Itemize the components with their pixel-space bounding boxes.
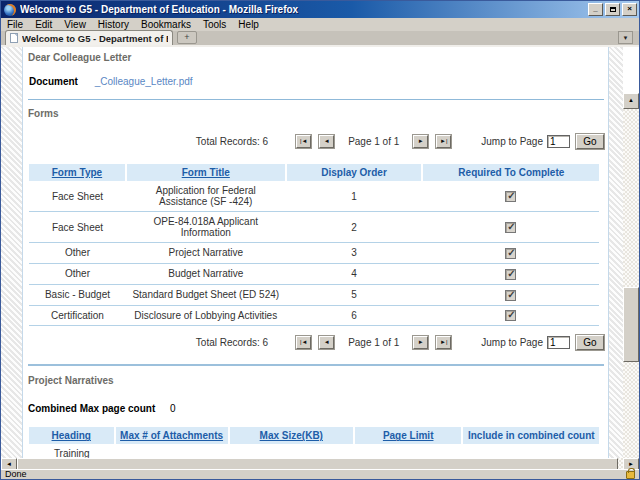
menu-help[interactable]: Help bbox=[232, 19, 265, 30]
display-order-cell: 4 bbox=[286, 263, 423, 284]
forms-pagination-top: Total Records: 6 |◄ ◄ Page 1 of 1 ► ►| J… bbox=[28, 132, 604, 150]
form-title-cell: Disclosure of Lobbying Activities bbox=[126, 305, 286, 326]
tab-bar: Welcome to G5 - Department of Edu... + ▼ bbox=[1, 31, 639, 47]
required-checkbox[interactable] bbox=[505, 310, 516, 321]
vertical-scroll-thumb[interactable] bbox=[623, 287, 639, 362]
required-checkbox[interactable] bbox=[505, 290, 516, 301]
form-type-cell: Other bbox=[29, 263, 126, 284]
close-button[interactable]: × bbox=[622, 3, 637, 16]
form-title-cell: Application for Federal Assistance (SF -… bbox=[126, 181, 286, 212]
last-page-button[interactable]: ►| bbox=[436, 135, 451, 148]
menu-view[interactable]: View bbox=[58, 19, 92, 30]
required-header: Required To Complete bbox=[422, 164, 599, 181]
display-order-cell: 6 bbox=[286, 305, 423, 326]
forms-table-header-row: Form Type Form Title Display Order Requi… bbox=[29, 164, 599, 181]
menu-bookmarks[interactable]: Bookmarks bbox=[135, 19, 197, 30]
required-checkbox[interactable] bbox=[505, 222, 516, 233]
active-tab[interactable]: Welcome to G5 - Department of Edu... bbox=[5, 30, 173, 45]
status-text: Done bbox=[1, 470, 626, 479]
firefox-icon bbox=[4, 4, 16, 16]
table-row: Face Sheet Application for Federal Assis… bbox=[29, 181, 599, 212]
menu-file[interactable]: File bbox=[1, 19, 29, 30]
restore-icon bbox=[610, 7, 616, 12]
form-title-header[interactable]: Form Title bbox=[126, 164, 286, 181]
display-order-cell: 2 bbox=[286, 212, 423, 243]
prev-page-button[interactable]: ◄ bbox=[319, 336, 334, 349]
form-type-cell: Certification bbox=[29, 305, 126, 326]
max-size-header[interactable]: Max Size(KB) bbox=[229, 427, 354, 444]
jump-to-page-label: Jump to Page bbox=[481, 136, 543, 147]
max-attachments-cell: 5 bbox=[115, 444, 229, 458]
new-tab-button[interactable]: + bbox=[177, 31, 197, 44]
table-row: Face Sheet OPE-84.018A Applicant Informa… bbox=[29, 212, 599, 243]
restore-button[interactable] bbox=[605, 3, 620, 16]
page-limit-header[interactable]: Page Limit bbox=[354, 427, 462, 444]
prev-page-button[interactable]: ◄ bbox=[319, 135, 334, 148]
include-combined-header: Include in combined count bbox=[462, 427, 599, 444]
heading-header[interactable]: Heading bbox=[29, 427, 115, 444]
max-attachments-header[interactable]: Max # of Attachments bbox=[115, 427, 229, 444]
first-page-button[interactable]: |◄ bbox=[296, 336, 311, 349]
combined-max-value: 0 bbox=[170, 403, 176, 414]
total-records-label: Total Records: 6 bbox=[196, 136, 268, 147]
minimize-button[interactable]: _ bbox=[588, 3, 603, 16]
page-icon bbox=[10, 33, 18, 43]
next-page-button[interactable]: ► bbox=[413, 135, 428, 148]
display-order-cell: 1 bbox=[286, 181, 423, 212]
form-title-cell: Budget Narrative bbox=[126, 263, 286, 284]
project-narratives-heading: Project Narratives bbox=[28, 375, 604, 386]
combined-max-row: Combined Max page count 0 bbox=[28, 403, 604, 414]
form-type-cell: Face Sheet bbox=[29, 212, 126, 243]
browser-window: Welcome to G5 - Department of Education … bbox=[0, 0, 640, 480]
section-divider bbox=[28, 99, 604, 100]
list-all-tabs-button[interactable]: ▼ bbox=[618, 31, 633, 44]
combined-max-label: Combined Max page count bbox=[28, 403, 155, 414]
page-of-label: Page 1 of 1 bbox=[348, 136, 399, 147]
form-type-cell: Face Sheet bbox=[29, 181, 126, 212]
table-row: Basic - Budget Standard Budget Sheet (ED… bbox=[29, 284, 599, 305]
form-type-header[interactable]: Form Type bbox=[29, 164, 126, 181]
page-margin-left bbox=[1, 47, 22, 458]
menu-tools[interactable]: Tools bbox=[197, 19, 232, 30]
jump-to-page-input[interactable] bbox=[547, 336, 570, 349]
forms-heading: Forms bbox=[28, 108, 604, 119]
pn-table-header-row: Heading Max # of Attachments Max Size(KB… bbox=[29, 427, 599, 444]
dear-colleague-heading: Dear Colleague Letter bbox=[28, 52, 604, 63]
tab-label: Welcome to G5 - Department of Edu... bbox=[22, 33, 168, 44]
form-title-cell: Project Narrative bbox=[126, 243, 286, 264]
menu-history[interactable]: History bbox=[92, 19, 135, 30]
first-page-button[interactable]: |◄ bbox=[296, 135, 311, 148]
menu-edit[interactable]: Edit bbox=[29, 19, 58, 30]
double-divider bbox=[28, 364, 604, 366]
lock-icon bbox=[626, 471, 635, 479]
required-checkbox[interactable] bbox=[505, 269, 516, 280]
max-size-cell: 8 bbox=[229, 444, 354, 458]
form-type-cell: Basic - Budget bbox=[29, 284, 126, 305]
required-checkbox[interactable] bbox=[505, 191, 516, 202]
required-checkbox[interactable] bbox=[505, 248, 516, 259]
last-page-button[interactable]: ►| bbox=[436, 336, 451, 349]
project-narratives-table: Heading Max # of Attachments Max Size(KB… bbox=[29, 427, 599, 458]
document-label: Document bbox=[29, 76, 78, 87]
total-records-label: Total Records: 6 bbox=[196, 337, 268, 348]
vertical-scrollbar[interactable]: ▲ ▼ bbox=[623, 93, 639, 458]
forms-pagination-bottom: Total Records: 6 |◄ ◄ Page 1 of 1 ► ►| J… bbox=[28, 333, 604, 351]
document-row: Document _Colleague_Letter.pdf bbox=[29, 76, 604, 87]
display-order-cell: 3 bbox=[286, 243, 423, 264]
scroll-up-button[interactable]: ▲ bbox=[623, 93, 639, 109]
forms-table: Form Type Form Title Display Order Requi… bbox=[29, 164, 599, 326]
page-content: Dear Colleague Letter Document _Colleagu… bbox=[22, 47, 609, 458]
table-row: Training Project Narrative 5 8 20 bbox=[29, 444, 599, 458]
colleague-letter-link[interactable]: _Colleague_Letter.pdf bbox=[95, 76, 193, 87]
form-type-cell: Other bbox=[29, 243, 126, 264]
form-title-cell: Standard Budget Sheet (ED 524) bbox=[126, 284, 286, 305]
go-button[interactable]: Go bbox=[576, 335, 604, 350]
status-bar: Done bbox=[1, 469, 639, 479]
table-row: Certification Disclosure of Lobbying Act… bbox=[29, 305, 599, 326]
page-viewport: Dear Colleague Letter Document _Colleagu… bbox=[1, 47, 639, 458]
form-title-cell: OPE-84.018A Applicant Information bbox=[126, 212, 286, 243]
next-page-button[interactable]: ► bbox=[413, 336, 428, 349]
go-button[interactable]: Go bbox=[576, 134, 604, 149]
display-order-cell: 5 bbox=[286, 284, 423, 305]
jump-to-page-input[interactable] bbox=[547, 135, 570, 148]
